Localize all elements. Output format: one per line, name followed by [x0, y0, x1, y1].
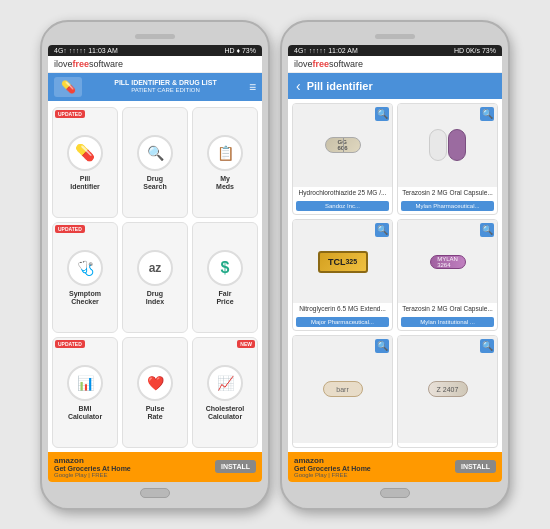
ad-title-2: Get Groceries At Home	[294, 465, 371, 472]
pill-identifier-label: PillIdentifier	[70, 175, 100, 192]
grid-item-bmi[interactable]: UPDATED 📊 BMICalculator	[52, 337, 118, 448]
brand-ilove-2: ilove	[294, 59, 313, 69]
pill-img-mylan: 🔍 MYLAN3264	[398, 220, 497, 304]
drug-index-label: DrugIndex	[146, 290, 164, 307]
z2407-pill-visual: Z 2407	[428, 381, 468, 397]
badge-updated-symptom: UPDATED	[55, 225, 85, 233]
cholesterol-label: CholesterolCalculator	[206, 405, 245, 422]
pill-card-tcl[interactable]: 🔍 TCL325 Nitroglycerin 6.5 MG Extend... …	[292, 219, 393, 331]
pill-name-terazosin-1: Terazosin 2 MG Oral Capsule...	[398, 187, 497, 199]
badge-updated-bmi: UPDATED	[55, 340, 85, 348]
ad-title-1: Get Groceries At Home	[54, 465, 131, 472]
install-btn-1[interactable]: INSTALL	[215, 460, 256, 473]
install-btn-2[interactable]: INSTALL	[455, 460, 496, 473]
grid-item-symptom-checker[interactable]: UPDATED 🩺 SymptomChecker	[52, 222, 118, 333]
phone-1: 4G↑ ↑↑↑↑↑ 11:03 AM HD ♦ 73% ilovefreesof…	[40, 20, 270, 510]
phone-2-screen: 4G↑ ↑↑↑↑↑ 11:02 AM HD 0K/s 73% ilovefree…	[288, 45, 502, 482]
purple-capsule-visual	[429, 129, 466, 161]
pill-card-gg606[interactable]: 🔍 GG606 Hydrochlorothiazide 25 MG /... S…	[292, 103, 393, 215]
pill-brand-terazosin-1[interactable]: Mylan Pharmaceutical...	[401, 201, 494, 211]
ad-sub-1: Google Play | FREE	[54, 472, 131, 478]
drug-index-icon: az	[137, 250, 173, 286]
zoom-icon-gg606[interactable]: 🔍	[375, 107, 389, 121]
pill-img-gg606: 🔍 GG606	[293, 104, 392, 188]
status-bar-1: 4G↑ ↑↑↑↑↑ 11:03 AM HD ♦ 73%	[48, 45, 262, 56]
phone-speaker-2	[375, 34, 415, 39]
grid-item-my-meds[interactable]: 📋 MyMeds	[192, 107, 258, 218]
ad-info-1: amazon Get Groceries At Home Google Play…	[54, 456, 131, 478]
pill-brand-mylan[interactable]: Mylan Institutional ...	[401, 317, 494, 327]
badge-new-cholesterol: NEW	[237, 340, 255, 348]
grid-item-pulse[interactable]: ❤️ PulseRate	[122, 337, 188, 448]
pill-brand-gg606[interactable]: Sandoz Inc...	[296, 201, 389, 211]
status-left-2: 4G↑ ↑↑↑↑↑ 11:02 AM	[294, 47, 358, 54]
drug-search-label: DrugSearch	[143, 175, 166, 192]
status-bar-2: 4G↑ ↑↑↑↑↑ 11:02 AM HD 0K/s 73%	[288, 45, 502, 56]
pill-img-z2407: 🔍 Z 2407	[398, 336, 497, 442]
grid-item-fair-price[interactable]: $ FairPrice	[192, 222, 258, 333]
grid-item-drug-index[interactable]: az DrugIndex	[122, 222, 188, 333]
grid-item-pill-identifier[interactable]: UPDATED 💊 PillIdentifier	[52, 107, 118, 218]
pill-name-barr	[293, 443, 392, 447]
pill-identifier-icon: 💊	[67, 135, 103, 171]
cholesterol-icon: 📈	[207, 365, 243, 401]
drug-search-icon: 🔍	[137, 135, 173, 171]
brand-software: software	[89, 59, 123, 69]
pulse-label: PulseRate	[146, 405, 165, 422]
pill-img-barr: 🔍 barr	[293, 336, 392, 442]
grid-item-cholesterol[interactable]: NEW 📈 CholesterolCalculator	[192, 337, 258, 448]
mylan-capsule-visual: MYLAN3264	[430, 255, 466, 269]
zoom-icon-mylan[interactable]: 🔍	[480, 223, 494, 237]
pill-img-tcl: 🔍 TCL325	[293, 220, 392, 304]
status-right-2: HD 0K/s 73%	[454, 47, 496, 54]
pill-card-z2407[interactable]: 🔍 Z 2407	[397, 335, 498, 447]
ad-logo-1: amazon	[54, 456, 131, 465]
app-grid: UPDATED 💊 PillIdentifier 🔍 DrugSearch 📋 …	[48, 101, 262, 452]
symptom-checker-icon: 🩺	[67, 250, 103, 286]
zoom-icon-z2407[interactable]: 🔍	[480, 339, 494, 353]
header-title-1: PILL IDENTIFIER & DRUG LIST PATIENT CARE…	[82, 78, 249, 95]
brand-header-2: ilovefreesoftware	[288, 56, 502, 73]
bmi-icon: 📊	[67, 365, 103, 401]
zoom-icon-tcl[interactable]: 🔍	[375, 223, 389, 237]
pill-img-terazosin-1: 🔍	[398, 104, 497, 188]
tcl-pill-visual: TCL325	[318, 251, 368, 273]
header-subtitle: PATIENT CARE EDITION	[82, 87, 249, 95]
pill-identifier-header: ‹ Pill identifier	[288, 73, 502, 99]
home-btn-1[interactable]	[140, 488, 170, 498]
pill-brand-tcl[interactable]: Major Pharmaceutical...	[296, 317, 389, 327]
pill-results-grid: 🔍 GG606 Hydrochlorothiazide 25 MG /... S…	[288, 99, 502, 452]
home-btn-2[interactable]	[380, 488, 410, 498]
pill-identifier-title: Pill identifier	[307, 80, 373, 92]
ad-banner-1[interactable]: amazon Get Groceries At Home Google Play…	[48, 452, 262, 482]
hamburger-menu[interactable]: ≡	[249, 80, 256, 94]
badge-updated-pill: UPDATED	[55, 110, 85, 118]
fair-price-label: FairPrice	[216, 290, 233, 307]
my-meds-label: MyMeds	[216, 175, 234, 192]
pill-card-terazosin-1[interactable]: 🔍 Terazosin 2 MG Oral Capsule... Mylan P…	[397, 103, 498, 215]
brand-free: free	[73, 59, 90, 69]
symptom-checker-label: SymptomChecker	[69, 290, 101, 307]
grid-item-drug-search[interactable]: 🔍 DrugSearch	[122, 107, 188, 218]
back-arrow[interactable]: ‹	[296, 78, 301, 94]
pill-card-barr[interactable]: 🔍 barr	[292, 335, 393, 447]
pill-icon: 💊	[54, 77, 82, 97]
pill-name-mylan: Terazosin 2 MG Oral Capsule...	[398, 303, 497, 315]
ad-banner-2[interactable]: amazon Get Groceries At Home Google Play…	[288, 452, 502, 482]
fair-price-icon: $	[207, 250, 243, 286]
pill-name-z2407	[398, 443, 497, 447]
zoom-icon-barr[interactable]: 🔍	[375, 339, 389, 353]
phone-speaker	[135, 34, 175, 39]
pulse-icon: ❤️	[137, 365, 173, 401]
brand-header-1: ilovefreesoftware	[48, 56, 262, 73]
pill-card-mylan[interactable]: 🔍 MYLAN3264 Terazosin 2 MG Oral Capsule.…	[397, 219, 498, 331]
phones-container: 4G↑ ↑↑↑↑↑ 11:03 AM HD ♦ 73% ilovefreesof…	[30, 10, 520, 520]
barr-pill-visual: barr	[323, 381, 363, 397]
my-meds-icon: 📋	[207, 135, 243, 171]
phone-2: 4G↑ ↑↑↑↑↑ 11:02 AM HD 0K/s 73% ilovefree…	[280, 20, 510, 510]
zoom-icon-terazosin-1[interactable]: 🔍	[480, 107, 494, 121]
pill-name-tcl: Nitroglycerin 6.5 MG Extend...	[293, 303, 392, 315]
status-right-1: HD ♦ 73%	[224, 47, 256, 54]
ad-sub-2: Google Play | FREE	[294, 472, 371, 478]
ad-logo-2: amazon	[294, 456, 371, 465]
